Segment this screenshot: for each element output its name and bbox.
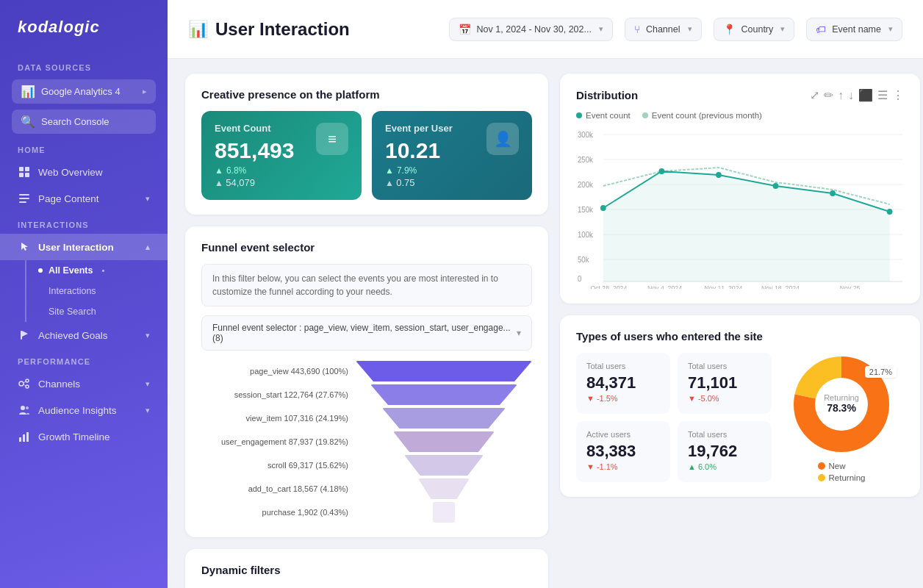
event-count-content: Event Count 851,493 ▲ 6.8% ▲ 54,079 [215,123,307,188]
sidebar: kodalogic Data Sources 📊 Google Analytic… [0,0,168,588]
svg-text:50k: 50k [578,256,589,264]
event-icon: 🏷 [816,24,826,35]
new-dot [818,462,825,470]
sidebar-item-web-overview[interactable]: Web Overview [0,159,168,185]
funnel-row-label: page_view 443,690 (100%) [201,367,348,376]
event-count-change-pct: ▲ 6.8% [215,165,307,176]
legend-dot-green [576,112,582,118]
header-title-group: 📊 User Interaction [188,19,437,40]
country-filter-label: Country [741,24,774,35]
right-panel: Distribution ⤢ ✏ ↑ ↓ ⬛ ☰ ⋮ Event count [560,74,920,588]
users-icon [18,404,31,417]
chevron-right-icon: ▸ [143,87,147,96]
event-name-filter[interactable]: 🏷 Event name ▾ [806,18,902,41]
sidebar-item-channels[interactable]: Channels ▾ [0,370,168,397]
down-icon[interactable]: ↓ [848,89,854,102]
event-per-user-label: Event per User [385,123,478,134]
settings-icon[interactable]: ☰ [877,88,888,102]
svg-text:0: 0 [578,275,582,283]
menu-icon: ≡ [316,123,348,155]
sidebar-item-audience-insights[interactable]: Audience Insights ▾ [0,397,168,423]
chevron-down-icon: ▾ [146,194,150,204]
svg-marker-32 [603,171,890,282]
svg-point-33 [600,205,606,211]
user-stat-label: Total users [688,362,761,370]
svg-point-8 [19,381,24,386]
svg-rect-1 [25,167,29,171]
sidebar-item-page-content[interactable]: Page Content ▾ [0,185,168,212]
chevron-down-icon: ▾ [688,24,692,34]
sidebar-item-user-interaction[interactable]: User Interaction ▴ [0,234,168,260]
svg-point-9 [26,379,29,382]
sidebar-sub-label: All Events [49,265,93,276]
search-console-icon: 🔍 [21,115,35,129]
edit-icon[interactable]: ✏ [824,88,833,102]
user-types-card: Types of users who entered the site Tota… [560,315,920,497]
funnel-selector-label: Funnel event selector : page_view, view_… [212,323,517,343]
distribution-title: Distribution [576,89,638,101]
user-stat-box-1: Total users 84,371 ▼ -1.5% [576,353,670,414]
channel-filter[interactable]: ⑂ Channel ▾ [625,18,702,41]
returning-label: Returning [829,473,866,482]
chevron-down-icon: ▾ [780,24,785,34]
more-icon[interactable]: ⋮ [892,88,904,102]
expand-icon[interactable]: ⤢ [810,88,819,102]
distribution-chart-area: 300k 250k 200k 150k 100k 50k 0 [576,127,904,289]
sidebar-item-search-console[interactable]: 🔍 Search Console [12,110,156,134]
sidebar-sub-label: Site Search [49,306,96,317]
user-stat-box-3: Active users 83,383 ▼ -1.1% [576,421,670,482]
sidebar-sub-item-site-search[interactable]: Site Search [0,301,168,322]
svg-text:100k: 100k [578,231,593,239]
country-filter[interactable]: 📍 Country ▾ [714,18,795,41]
funnel-row: page_view 443,690 (100%) [201,361,532,381]
data-sources-label: Data Sources [0,54,168,76]
donut-new-pct-label: 21.7% [865,366,897,378]
sidebar-item-achieved-goals[interactable]: Achieved Goals ▾ [0,322,168,348]
performance-label: Performance [0,348,168,370]
funnel-chart: page_view 443,690 (100%) session_start 1… [201,361,532,523]
sidebar-item-growth-timeline[interactable]: Growth Timeline [0,423,168,450]
user-stat-change-text: 6.0% [698,462,717,471]
interactions-label: Interactions [0,212,168,234]
creative-presence-card: Creative presence on the platform Event … [185,74,548,215]
svg-text:250k: 250k [578,156,593,164]
calendar-icon: 📅 [459,24,471,35]
up-icon[interactable]: ↑ [838,89,844,102]
chevron-down-icon: ▾ [599,24,603,34]
event-count-value: 851,493 [215,138,307,162]
funnel-selector[interactable]: Funnel event selector : page_view, view_… [201,315,532,351]
returning-dot [818,474,825,481]
sidebar-item-google-analytics[interactable]: 📊 Google Analytics 4 ▸ [12,79,156,104]
active-dot [38,268,43,273]
event-name-filter-label: Event name [832,24,881,35]
event-per-user-abs-value: 0.75 [396,177,414,188]
grid-icon [18,165,31,179]
funnel-card: Funnel event selector In this filter bel… [185,226,548,537]
user-stat-change: ▼ -1.5% [586,394,660,403]
svg-rect-15 [19,437,21,442]
sidebar-sub-item-interactions[interactable]: Interactions [0,281,168,301]
sidebar-sub-item-all-events[interactable]: All Events • [0,260,168,281]
svg-line-11 [24,381,26,383]
svg-rect-3 [25,173,29,177]
user-stat-value: 83,383 [586,442,660,461]
user-stat-value: 84,371 [586,373,660,392]
main-content: 📊 User Interaction 📅 Nov 1, 2024 - Nov 3… [168,0,923,588]
user-stat-value: 19,762 [688,442,761,461]
sidebar-item-label: User Interaction [38,242,114,253]
down-arrow-icon: ▼ [586,394,595,403]
event-per-user-card: Event per User 10.21 ▲ 7.9% ▲ 0.75 � [372,111,532,200]
user-stat-change-text: -1.5% [597,394,618,403]
sidebar-item-label: Audience Insights [38,405,117,416]
svg-line-12 [24,384,26,386]
legend-dot-lightgreen [642,112,648,118]
date-filter[interactable]: 📅 Nov 1, 2024 - Nov 30, 202... ▾ [449,18,613,41]
export-icon[interactable]: ⬛ [858,88,873,102]
event-count-label: Event Count [215,123,307,134]
user-icon: 👤 [486,123,519,155]
up-arrow-icon: ▲ [688,462,696,471]
sidebar-item-label: Growth Timeline [38,431,110,442]
svg-text:78.3%: 78.3% [827,402,856,414]
header: 📊 User Interaction 📅 Nov 1, 2024 - Nov 3… [168,0,923,59]
funnel-row-label: purchase 1,902 (0.43%) [201,508,348,517]
